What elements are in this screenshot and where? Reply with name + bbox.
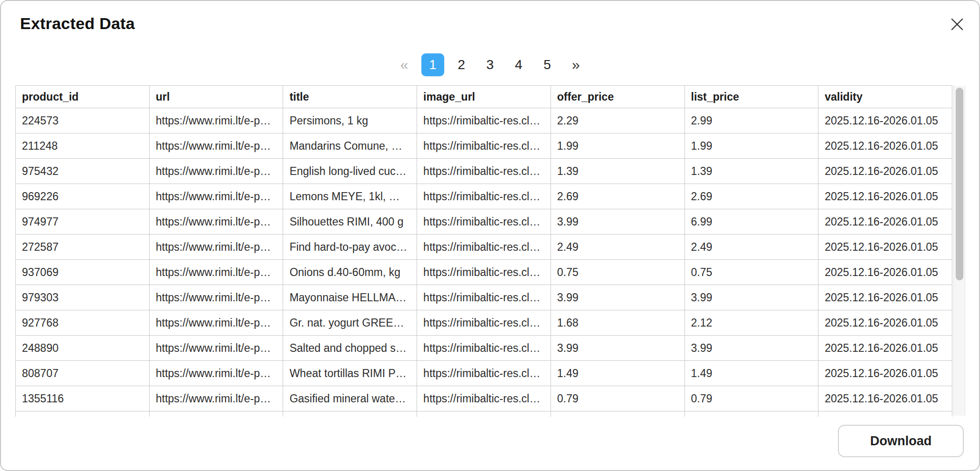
cell-validity: 2025.12.16-2026.01.05 bbox=[818, 209, 952, 235]
cell-title: Wheat tortillas RIMI P… bbox=[283, 361, 417, 386]
table-scrollbar-thumb[interactable] bbox=[956, 88, 963, 280]
cell-title: Lemons MEYE, 1kl, … bbox=[283, 184, 417, 209]
cell-offer_price: 1.39 bbox=[551, 159, 684, 184]
pagination-page-2[interactable]: 2 bbox=[450, 53, 473, 76]
cell-offer_price: 2.69 bbox=[551, 184, 684, 209]
cell-image_url: https://rimibaltic-res.cl… bbox=[417, 260, 551, 285]
table-row: 211248https://www.rimi.lt/e-p…Mandarins … bbox=[16, 133, 952, 159]
cell-product_id: 272587 bbox=[16, 235, 150, 260]
cell-validity: 2025.12.16-2026.01.05 bbox=[818, 159, 952, 184]
extracted-data-table: product_idurltitleimage_urloffer_priceli… bbox=[15, 85, 952, 417]
cell-product_id: 248890 bbox=[16, 336, 150, 361]
pagination-next[interactable]: » bbox=[564, 53, 587, 76]
cell-product_id: 969226 bbox=[16, 184, 150, 209]
pagination-page-4[interactable]: 4 bbox=[507, 53, 530, 76]
cell-image_url bbox=[417, 411, 551, 417]
close-button[interactable] bbox=[946, 13, 969, 36]
cell-offer_price: 3.99 bbox=[551, 209, 684, 235]
table-row: 927768https://www.rimi.lt/e-p…Gr. nat. y… bbox=[16, 310, 952, 336]
table-row: 248890https://www.rimi.lt/e-p…Salted and… bbox=[16, 336, 952, 361]
cell-offer_price: 2.29 bbox=[551, 108, 684, 133]
cell-product_id bbox=[16, 411, 150, 417]
cell-url: https://www.rimi.lt/e-p… bbox=[149, 285, 283, 310]
cell-title: Gasified mineral wate… bbox=[283, 386, 417, 411]
column-header-offer_price: offer_price bbox=[551, 86, 684, 108]
cell-list_price: 3.99 bbox=[684, 285, 818, 310]
cell-image_url: https://rimibaltic-res.cl… bbox=[417, 285, 551, 310]
cell-validity: 2025.12.16-2026.01.05 bbox=[818, 336, 952, 361]
pagination: «12345» bbox=[1, 53, 979, 76]
table-row: 937069https://www.rimi.lt/e-p…Onions d.4… bbox=[16, 260, 952, 285]
cell-validity: 2025.12.16-2026.01.05 bbox=[818, 386, 952, 411]
cell-url: https://www.rimi.lt/e-p… bbox=[149, 209, 283, 235]
cell-validity: 2025.12.16-2026.01.05 bbox=[818, 184, 952, 209]
download-button[interactable]: Download bbox=[838, 425, 964, 457]
cell-offer_price: 1.49 bbox=[551, 361, 684, 386]
cell-list_price bbox=[684, 411, 818, 417]
cell-title: Persimons, 1 kg bbox=[283, 108, 417, 133]
cell-url bbox=[149, 411, 283, 417]
table-row: 975432https://www.rimi.lt/e-p…English lo… bbox=[16, 159, 952, 184]
cell-image_url: https://rimibaltic-res.cl… bbox=[417, 159, 551, 184]
cell-list_price: 2.99 bbox=[684, 108, 818, 133]
cell-product_id: 808707 bbox=[16, 361, 150, 386]
cell-title: Find hard-to-pay avoc… bbox=[283, 235, 417, 260]
cell-validity: 2025.12.16-2026.01.05 bbox=[818, 260, 952, 285]
cell-list_price: 1.49 bbox=[684, 361, 818, 386]
cell-list_price: 0.75 bbox=[684, 260, 818, 285]
cell-list_price: 3.99 bbox=[684, 336, 818, 361]
cell-url: https://www.rimi.lt/e-p… bbox=[149, 310, 283, 336]
cell-title: Mayonnaise HELLMA… bbox=[283, 285, 417, 310]
cell-product_id: 975432 bbox=[16, 159, 150, 184]
table-row: 808707https://www.rimi.lt/e-p…Wheat tort… bbox=[16, 361, 952, 386]
table-scrollbar-track[interactable] bbox=[953, 86, 965, 416]
table-row: 272587https://www.rimi.lt/e-p…Find hard-… bbox=[16, 235, 952, 260]
cell-offer_price: 3.99 bbox=[551, 336, 684, 361]
cell-title bbox=[283, 411, 417, 417]
cell-offer_price bbox=[551, 411, 684, 417]
cell-product_id: 937069 bbox=[16, 260, 150, 285]
pagination-page-3[interactable]: 3 bbox=[479, 53, 501, 76]
cell-offer_price: 1.99 bbox=[551, 133, 684, 159]
cell-validity: 2025.12.16-2026.01.05 bbox=[818, 108, 952, 133]
cell-offer_price: 0.75 bbox=[551, 260, 684, 285]
table-body: 224573https://www.rimi.lt/e-p…Persimons,… bbox=[16, 108, 952, 417]
cell-image_url: https://rimibaltic-res.cl… bbox=[417, 108, 551, 133]
cell-title: Silhouettes RIMI, 400 g bbox=[283, 209, 417, 235]
cell-list_price: 2.69 bbox=[684, 184, 818, 209]
data-table-wrap: product_idurltitleimage_urloffer_priceli… bbox=[15, 85, 952, 417]
column-header-title: title bbox=[283, 86, 417, 108]
cell-image_url: https://rimibaltic-res.cl… bbox=[417, 184, 551, 209]
cell-url: https://www.rimi.lt/e-p… bbox=[149, 159, 283, 184]
cell-validity: 2025.12.16-2026.01.05 bbox=[818, 133, 952, 159]
cell-url: https://www.rimi.lt/e-p… bbox=[149, 133, 283, 159]
cell-product_id: 979303 bbox=[16, 285, 150, 310]
cell-product_id: 974977 bbox=[16, 209, 150, 235]
cell-url: https://www.rimi.lt/e-p… bbox=[149, 386, 283, 411]
cell-list_price: 6.99 bbox=[684, 209, 818, 235]
cell-validity: 2025.12.16-2026.01.05 bbox=[818, 285, 952, 310]
cell-url: https://www.rimi.lt/e-p… bbox=[149, 184, 283, 209]
cell-url: https://www.rimi.lt/e-p… bbox=[149, 361, 283, 386]
column-header-validity: validity bbox=[818, 86, 952, 108]
cell-list_price: 2.49 bbox=[684, 235, 818, 260]
column-header-list_price: list_price bbox=[684, 86, 818, 108]
column-header-image_url: image_url bbox=[417, 86, 551, 108]
pagination-page-1[interactable]: 1 bbox=[421, 53, 444, 76]
cell-url: https://www.rimi.lt/e-p… bbox=[149, 235, 283, 260]
cell-validity: 2025.12.16-2026.01.05 bbox=[818, 310, 952, 336]
table-row: 1355116https://www.rimi.lt/e-p…Gasified … bbox=[16, 386, 952, 411]
cell-offer_price: 3.99 bbox=[551, 285, 684, 310]
table-header-row: product_idurltitleimage_urloffer_priceli… bbox=[16, 86, 952, 108]
cell-product_id: 224573 bbox=[16, 108, 150, 133]
pagination-prev[interactable]: « bbox=[393, 53, 416, 76]
extracted-data-modal: Extracted Data «12345» product_idurltitl… bbox=[0, 0, 980, 471]
table-row: 974977https://www.rimi.lt/e-p…Silhouette… bbox=[16, 209, 952, 235]
pagination-page-5[interactable]: 5 bbox=[536, 53, 559, 76]
cell-title: Mandarins Comune, … bbox=[283, 133, 417, 159]
cell-product_id: 927768 bbox=[16, 310, 150, 336]
cell-image_url: https://rimibaltic-res.cl… bbox=[417, 133, 551, 159]
cell-image_url: https://rimibaltic-res.cl… bbox=[417, 209, 551, 235]
cell-validity bbox=[818, 411, 952, 417]
cell-url: https://www.rimi.lt/e-p… bbox=[149, 336, 283, 361]
